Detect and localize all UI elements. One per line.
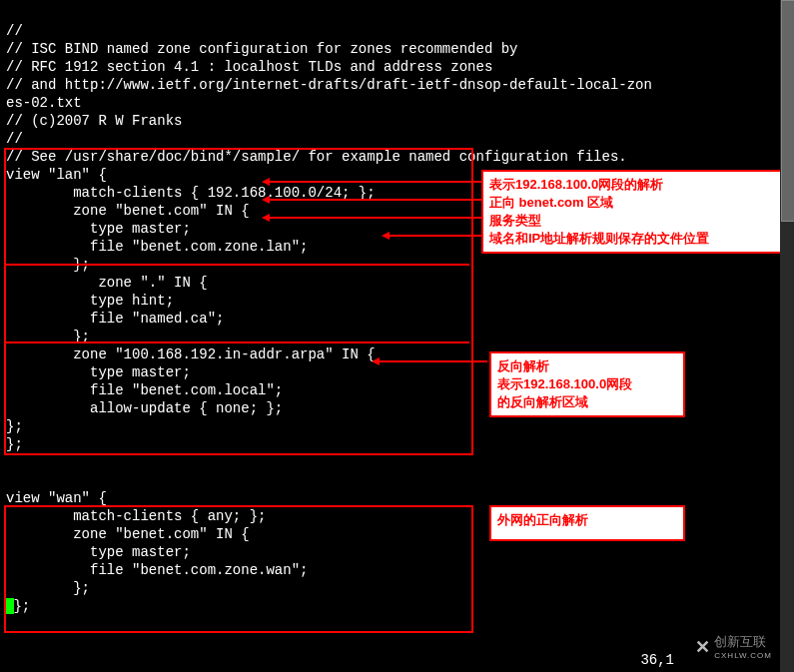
code-line: // See /usr/share/doc/bind*/sample/ for … xyxy=(6,149,627,165)
code-line: type master; xyxy=(6,364,191,380)
code-line: // xyxy=(6,131,23,147)
watermark-cn: 创新互联 xyxy=(714,633,772,651)
code-line: // (c)2007 R W Franks xyxy=(6,113,182,129)
code-line: es-02.txt xyxy=(6,95,82,111)
code-line: zone "benet.com" IN { xyxy=(6,526,250,542)
watermark: ✕ 创新互联 CXHLW.COM xyxy=(695,633,772,660)
watermark-logo-icon: ✕ xyxy=(695,636,710,658)
code-line: file "benet.com.zone.wan"; xyxy=(6,562,308,578)
code-line: file "benet.com.local"; xyxy=(6,382,283,398)
code-line: match-clients { any; }; xyxy=(6,508,266,524)
vim-position: 36,1 xyxy=(640,652,674,668)
code-line: view "lan" { xyxy=(6,167,107,183)
code-line: zone "100.168.192.in-addr.arpa" IN { xyxy=(6,346,376,362)
code-line: zone "benet.com" IN { xyxy=(6,203,250,219)
annotation-text: 表示192.168.100.0网段 xyxy=(497,375,677,393)
code-line: zone "." IN { xyxy=(6,275,208,291)
annotation-box-reverse: 反向解析 表示192.168.100.0网段 的反向解析区域 xyxy=(489,351,685,417)
code-line: // RFC 1912 section 4.1 : localhost TLDs… xyxy=(6,59,492,75)
code-line: type master; xyxy=(6,544,191,560)
annotation-box-wan: 外网的正向解析 xyxy=(489,505,685,541)
annotation-text: 正向 benet.com 区域 xyxy=(489,194,781,212)
annotation-text: 服务类型 xyxy=(489,212,781,230)
divider-line xyxy=(4,264,469,266)
code-line: }; xyxy=(6,418,23,434)
annotation-text: 反向解析 xyxy=(497,357,677,375)
code-line: // xyxy=(6,23,23,39)
code-line: type master; xyxy=(6,221,191,237)
code-line: file "benet.com.zone.lan"; xyxy=(6,239,308,255)
annotation-text: 外网的正向解析 xyxy=(497,511,677,529)
scrollbar-track[interactable] xyxy=(780,0,794,672)
annotation-text: 表示192.168.100.0网段的解析 xyxy=(489,176,781,194)
code-line: file "named.ca"; xyxy=(6,311,224,327)
annotation-box-forward: 表示192.168.100.0网段的解析 正向 benet.com 区域 服务类… xyxy=(481,170,789,254)
code-line: view "wan" { xyxy=(6,490,107,506)
code-line: match-clients { 192.168.100.0/24; }; xyxy=(6,185,376,201)
annotation-text: 域名和IP地址解析规则保存的文件位置 xyxy=(489,230,781,248)
code-line: }; xyxy=(6,580,90,596)
divider-line xyxy=(4,341,469,343)
code-line: }; xyxy=(13,598,30,614)
code-line: // ISC BIND named zone configuration for… xyxy=(6,41,517,57)
code-line: // and http://www.ietf.org/internet-draf… xyxy=(6,77,652,93)
watermark-en: CXHLW.COM xyxy=(714,651,772,660)
scrollbar-thumb[interactable] xyxy=(781,0,794,222)
code-line: allow-update { none; }; xyxy=(6,400,283,416)
annotation-text: 的反向解析区域 xyxy=(497,393,677,411)
code-line: }; xyxy=(6,436,23,452)
code-line: type hint; xyxy=(6,293,174,309)
